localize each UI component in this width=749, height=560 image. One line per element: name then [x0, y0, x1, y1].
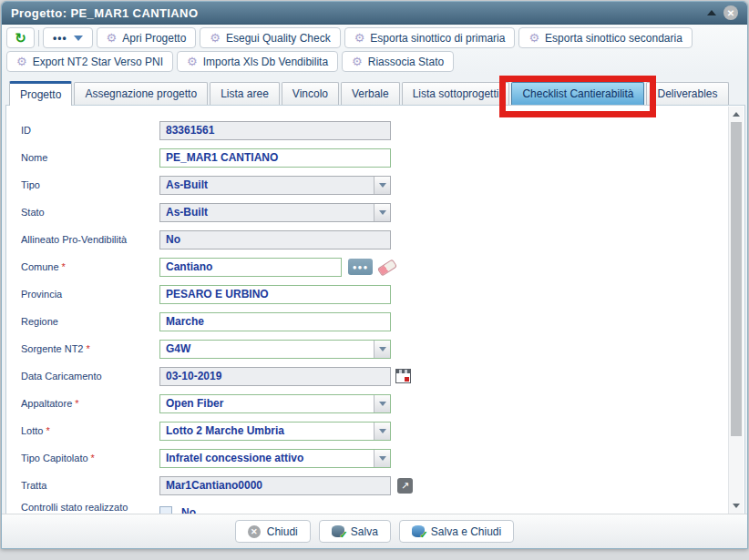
scrollbar-thumb[interactable] [731, 122, 742, 436]
chevron-down-icon[interactable] [374, 204, 390, 221]
form-panel: ID83361561NomePE_MAR1 CANTIANOTipoAs-Bui… [5, 105, 745, 515]
tab-deliverables[interactable]: Deliverables [646, 82, 728, 105]
chevron-down-icon[interactable] [374, 423, 390, 440]
field-label: ID [6, 125, 159, 136]
field-control-area: As-Built [159, 203, 391, 222]
field-input-comune[interactable]: Cantiano [159, 258, 342, 277]
gear-icon: ⚙ [107, 32, 118, 44]
toolbar-button-label: Esporta sinottico di primaria [370, 32, 505, 45]
toolbar-button-apri-progetto[interactable]: ⚙Apri Progetto [97, 27, 197, 48]
field-input-lotto[interactable]: Lotto 2 Marche Umbria [159, 422, 391, 441]
field-label: Controlli stato realizzato richiesti [6, 502, 159, 514]
toolbar-button-export-nt2-star-verso-pni[interactable]: ⚙Export NT2 Star Verso PNI [6, 51, 173, 72]
field-label: Regione [6, 316, 159, 327]
refresh-button[interactable]: ↻ [6, 27, 35, 48]
toolbar-button-esporta-sinottico-di-primaria[interactable]: ⚙Esporta sinottico di primaria [344, 27, 516, 48]
required-asterisk: * [46, 425, 49, 436]
field-label-text: Data Caricamento [21, 371, 102, 382]
salva-button[interactable]: ✓Salva [319, 520, 391, 543]
field-input-sorgente-nt2[interactable]: G4W [159, 340, 391, 359]
field-label: Data Caricamento [6, 371, 159, 382]
tab-lista-aree[interactable]: Lista aree [210, 82, 280, 105]
field-input-allineato-pro-vendibilita: No [159, 230, 391, 249]
more-label: ••• [53, 32, 67, 45]
field-control-area: Infratel concessione attivo [159, 449, 391, 468]
close-icon[interactable]: ✕ [723, 5, 738, 20]
external-link-icon[interactable]: ↗ [397, 478, 413, 494]
field-value: 03-10-2019 [160, 370, 390, 382]
chevron-down-icon[interactable] [374, 450, 390, 467]
field-control-area: 03-10-2019 [159, 367, 411, 386]
toolbar-button-importa-xls-db-vendibilita[interactable]: ⚙Importa Xls Db Vendibilita [177, 51, 338, 72]
field-label: Nome [6, 152, 159, 163]
chevron-down-icon[interactable] [374, 341, 390, 358]
form-row-appaltatore: Appaltatore*Open Fiber [6, 390, 728, 417]
calendar-icon[interactable] [395, 369, 411, 383]
close-circle-icon: ✕ [248, 525, 261, 538]
field-value: Cantiano [160, 260, 341, 273]
field-label-text: Comune [21, 261, 59, 272]
tab-label: Lista sottoprogetti [413, 87, 499, 100]
field-input-id: 83361561 [159, 121, 391, 140]
field-label: Allineato Pro-Vendibilità [6, 234, 159, 245]
field-label-text: Nome [21, 152, 47, 163]
scroll-up-icon[interactable] [729, 107, 744, 121]
gear-icon: ⚙ [354, 32, 365, 44]
tab-verbale[interactable]: Verbale [341, 82, 400, 105]
toolbar-button-label: Esporta sinottico secondaria [545, 32, 682, 45]
footer-button-label: Salva [351, 525, 378, 538]
chevron-down-icon [74, 36, 83, 41]
toolbar-button-riassocia-stato[interactable]: ⚙Riassocia Stato [342, 51, 454, 72]
field-input-provincia[interactable]: PESARO E URBINO [159, 285, 391, 304]
toolbar-separator [38, 30, 39, 46]
save-db-icon: ✓ [412, 525, 425, 537]
field-label: Tipo Capitolato* [6, 453, 159, 463]
collapse-icon[interactable] [707, 10, 716, 15]
field-input-stato[interactable]: As-Built [159, 203, 391, 222]
ellipsis-button[interactable]: ●●● [348, 259, 373, 275]
eraser-icon[interactable] [377, 258, 397, 276]
chevron-down-icon[interactable] [374, 177, 390, 194]
field-label-text: Sorgente NT2 [21, 343, 83, 354]
tab-assegnazione-progetto[interactable]: Assegnazione progetto [74, 82, 208, 105]
salva-e-chiudi-button[interactable]: ✓Salva e Chiudi [399, 520, 514, 543]
field-value: No [160, 233, 390, 246]
field-input-tipo-capitolato[interactable]: Infratel concessione attivo [159, 449, 391, 468]
form-row-sorgente-nt2: Sorgente NT2*G4W [6, 335, 728, 362]
chevron-down-icon[interactable] [374, 395, 390, 412]
field-control-area: Open Fiber [159, 394, 391, 413]
tab-vincolo[interactable]: Vincolo [282, 82, 339, 105]
more-button[interactable]: ••• [43, 27, 93, 48]
field-input-tipo[interactable]: As-Built [159, 176, 391, 195]
field-label-text: Allineato Pro-Vendibilità [21, 234, 127, 245]
field-input-appaltatore[interactable]: Open Fiber [159, 394, 391, 413]
field-value: 83361561 [160, 124, 390, 137]
field-value: As-Built [160, 178, 374, 191]
field-control-area: Mar1Cantiano0000↗ [159, 476, 413, 495]
form-row-lotto: Lotto*Lotto 2 Marche Umbria [6, 417, 728, 444]
chiudi-button[interactable]: ✕Chiudi [235, 520, 311, 543]
tab-checklist-cantierabilita[interactable]: Checklist Cantierabilità [511, 82, 644, 105]
scroll-down-icon[interactable] [729, 499, 744, 513]
form-body: ID83361561NomePE_MAR1 CANTIANOTipoAs-Bui… [6, 117, 728, 514]
form-row-provincia: ProvinciaPESARO E URBINO [6, 280, 728, 308]
toolbar-button-esporta-sinottico-secondaria[interactable]: ⚙Esporta sinottico secondaria [518, 27, 692, 48]
toolbar-button-esegui-quality-check[interactable]: ⚙Esegui Quality Check [200, 27, 340, 48]
tab-label: Vincolo [292, 87, 328, 100]
toolbar-row-1: ↻ ••• ⚙Apri Progetto⚙Esegui Quality Chec… [6, 27, 743, 48]
check-icon: ✓ [340, 529, 348, 541]
tab-lista-sottoprogetti[interactable]: Lista sottoprogetti [402, 82, 510, 105]
tab-label: Assegnazione progetto [85, 87, 197, 100]
field-value: Marche [160, 315, 390, 328]
field-label-text: Regione [21, 316, 58, 327]
field-label: Tipo [6, 179, 159, 190]
field-control-area: PESARO E URBINO [159, 285, 391, 304]
field-input-regione[interactable]: Marche [159, 312, 391, 331]
form-row-controlli-stato-realizzato-richiesti: Controlli stato realizzato richiestiNo [6, 499, 728, 514]
field-label: Comune* [6, 261, 159, 272]
refresh-icon: ↻ [15, 31, 26, 45]
field-input-nome[interactable]: PE_MAR1 CANTIANO [159, 148, 391, 168]
tab-progetto[interactable]: Progetto [9, 81, 72, 106]
vertical-scrollbar[interactable] [728, 107, 744, 514]
field-value: Infratel concessione attivo [160, 452, 374, 464]
